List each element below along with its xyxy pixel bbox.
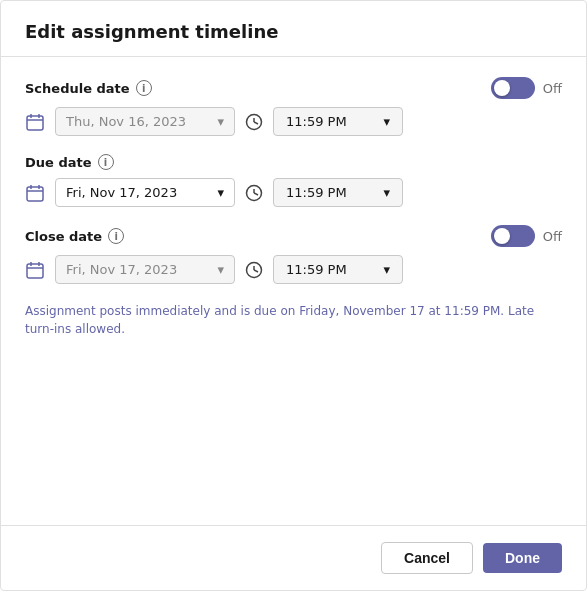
- due-date-label: Due date i: [25, 154, 114, 170]
- edit-assignment-dialog: Edit assignment timeline Schedule date i…: [0, 0, 587, 591]
- schedule-date-time-chevron-icon: ▾: [383, 114, 390, 129]
- schedule-date-label: Schedule date i: [25, 80, 152, 96]
- schedule-date-toggle-label: Off: [543, 81, 562, 96]
- close-date-picker[interactable]: Fri, Nov 17, 2023 ▾: [55, 255, 235, 284]
- close-date-time-picker[interactable]: 11:59 PM ▾: [273, 255, 403, 284]
- svg-rect-0: [27, 116, 43, 130]
- schedule-date-calendar-icon: [25, 112, 45, 132]
- close-date-toggle[interactable]: [491, 225, 535, 247]
- schedule-date-section: Schedule date i Off: [25, 77, 562, 136]
- cancel-button[interactable]: Cancel: [381, 542, 473, 574]
- svg-line-13: [254, 193, 258, 195]
- due-date-label-row: Due date i: [25, 154, 562, 170]
- close-date-toggle-row: Off: [491, 225, 562, 247]
- svg-line-6: [254, 122, 258, 124]
- close-date-section: Close date i Off: [25, 225, 562, 284]
- dialog-header: Edit assignment timeline: [1, 1, 586, 57]
- close-date-controls: Fri, Nov 17, 2023 ▾ 11:59 PM ▾: [25, 255, 562, 284]
- schedule-date-toggle[interactable]: [491, 77, 535, 99]
- due-date-picker[interactable]: Fri, Nov 17, 2023 ▾: [55, 178, 235, 207]
- schedule-date-info-icon[interactable]: i: [136, 80, 152, 96]
- schedule-date-controls: Thu, Nov 16, 2023 ▾ 11:59 PM ▾: [25, 107, 562, 136]
- due-date-controls: Fri, Nov 17, 2023 ▾ 11:59 PM ▾: [25, 178, 562, 207]
- svg-line-20: [254, 270, 258, 272]
- done-button[interactable]: Done: [483, 543, 562, 573]
- schedule-date-label-row: Schedule date i Off: [25, 77, 562, 99]
- due-date-calendar-icon: [25, 183, 45, 203]
- close-date-chevron-icon: ▾: [217, 262, 224, 277]
- close-date-time-chevron-icon: ▾: [383, 262, 390, 277]
- close-date-toggle-knob: [494, 228, 510, 244]
- schedule-date-chevron-icon: ▾: [217, 114, 224, 129]
- close-date-calendar-icon: [25, 260, 45, 280]
- schedule-date-picker[interactable]: Thu, Nov 16, 2023 ▾: [55, 107, 235, 136]
- close-date-label-row: Close date i Off: [25, 225, 562, 247]
- svg-rect-14: [27, 264, 43, 278]
- schedule-date-clock-icon: [245, 113, 263, 131]
- due-date-time-picker[interactable]: 11:59 PM ▾: [273, 178, 403, 207]
- dialog-body: Schedule date i Off: [1, 57, 586, 525]
- due-date-chevron-icon: ▾: [217, 185, 224, 200]
- due-date-time-chevron-icon: ▾: [383, 185, 390, 200]
- close-date-toggle-label: Off: [543, 229, 562, 244]
- schedule-date-toggle-knob: [494, 80, 510, 96]
- schedule-date-time-picker[interactable]: 11:59 PM ▾: [273, 107, 403, 136]
- due-date-section: Due date i Fri, Nov 17, 2023 ▾: [25, 154, 562, 207]
- close-date-clock-icon: [245, 261, 263, 279]
- assignment-info-text: Assignment posts immediately and is due …: [25, 302, 562, 338]
- close-date-label: Close date i: [25, 228, 124, 244]
- schedule-date-toggle-row: Off: [491, 77, 562, 99]
- due-date-clock-icon: [245, 184, 263, 202]
- dialog-title: Edit assignment timeline: [25, 21, 562, 42]
- due-date-info-icon[interactable]: i: [98, 154, 114, 170]
- dialog-footer: Cancel Done: [1, 525, 586, 590]
- close-date-info-icon[interactable]: i: [108, 228, 124, 244]
- svg-rect-7: [27, 187, 43, 201]
